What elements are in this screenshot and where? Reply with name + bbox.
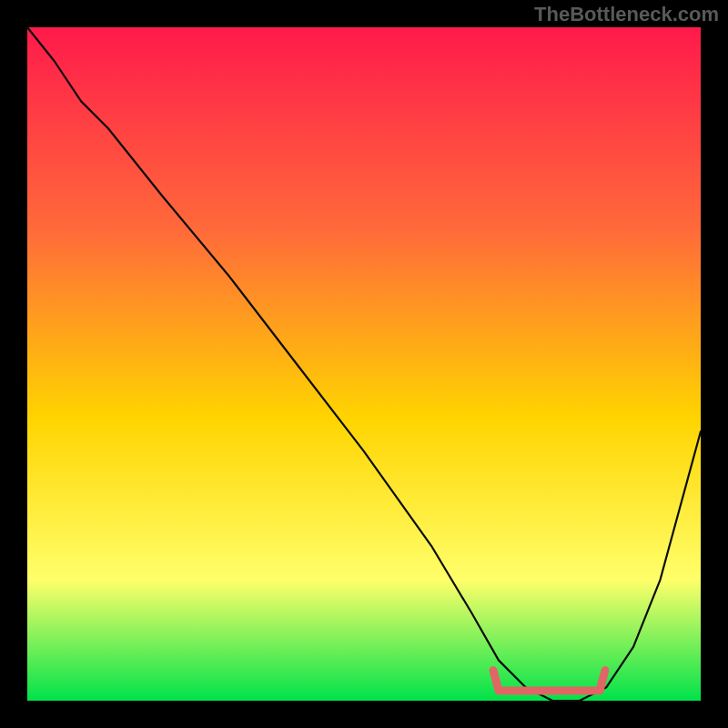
outer-frame: TheBottleneck.com [0,0,728,728]
chart-canvas [0,0,728,728]
gradient-plot-area [27,27,701,701]
watermark-text: TheBottleneck.com [534,3,719,26]
